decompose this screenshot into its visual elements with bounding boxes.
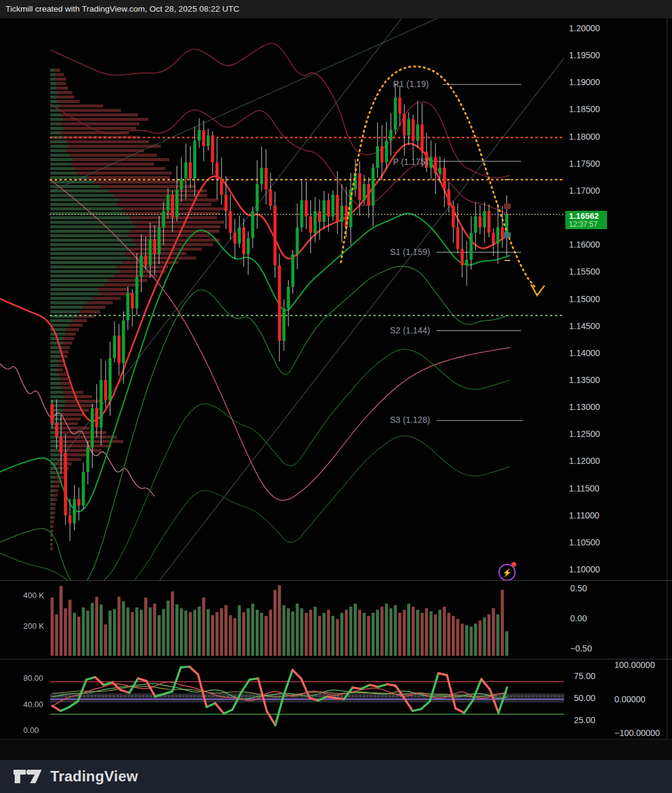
volume-profile-row — [50, 355, 60, 358]
volume-profile-row — [50, 226, 136, 229]
bar-countdown: 12:37:57 — [569, 221, 607, 229]
volume-profile-row — [50, 154, 70, 157]
order-marker — [505, 260, 510, 261]
osc-fast-line-seg — [121, 690, 129, 692]
candle — [220, 178, 223, 194]
candle — [305, 200, 308, 216]
volume-profile-row — [50, 257, 130, 260]
candle — [323, 200, 326, 222]
time-axis[interactable] — [0, 739, 672, 761]
volume-profile-row — [50, 203, 116, 206]
candle — [309, 216, 312, 232]
volume-bar — [336, 619, 339, 656]
volume-bar — [421, 613, 424, 656]
candle — [283, 308, 286, 341]
candle — [313, 211, 316, 232]
volume-profile-row — [50, 69, 54, 72]
volume-bar — [148, 607, 151, 656]
volume-bar — [99, 604, 102, 656]
volume-bar — [505, 631, 508, 656]
volume-profile-row — [50, 78, 55, 81]
volume-profile-row — [50, 96, 57, 99]
chart-canvas[interactable] — [0, 0, 672, 793]
volume-bar — [354, 604, 357, 656]
osc-fast-line-seg — [86, 677, 95, 680]
candle — [246, 238, 250, 254]
candle — [434, 157, 437, 173]
candle — [264, 168, 267, 189]
volume-profile-row — [50, 100, 59, 103]
candle — [158, 227, 161, 254]
main-price-panel — [0, 18, 564, 591]
tradingview-wordmark[interactable]: TradingView — [50, 768, 138, 785]
volume-bar — [215, 612, 218, 656]
candle — [269, 189, 272, 205]
volume-profile-row — [50, 199, 119, 202]
volume-profile-row — [50, 306, 82, 309]
candle — [452, 206, 455, 227]
candle — [287, 287, 290, 308]
candle — [113, 336, 116, 359]
volume-bar — [434, 615, 437, 656]
volume-profile-row — [50, 391, 63, 394]
volume-profile-row — [50, 118, 63, 121]
volume-profile-row — [50, 261, 122, 264]
volume-bar — [224, 605, 227, 656]
candle — [478, 216, 481, 227]
volume-profile-row — [50, 131, 61, 134]
tradingview-logo-icon[interactable] — [12, 766, 44, 787]
candle — [407, 119, 410, 135]
volume-profile-row — [50, 265, 116, 268]
notification-dot — [511, 562, 516, 567]
candle — [144, 256, 147, 265]
volume-bar — [140, 610, 143, 656]
volume-bar — [122, 601, 125, 656]
volume-bar — [109, 610, 112, 656]
volume-bar — [313, 607, 316, 656]
candle — [229, 211, 232, 232]
volume-profile-row — [50, 319, 72, 322]
candle — [411, 119, 414, 140]
volume-bar — [95, 597, 98, 656]
volume-bar — [323, 613, 326, 656]
tradingview-chart-app: Tickmill created with TradingView.com, O… — [0, 0, 672, 793]
volume-profile-row — [50, 476, 55, 479]
candle — [77, 499, 80, 506]
volume-bar — [465, 625, 468, 656]
osc-fast-line-seg — [447, 675, 456, 708]
order-marker — [504, 232, 511, 238]
osc-fast-line-seg — [138, 678, 147, 681]
candle — [336, 195, 339, 222]
volume-profile-row — [50, 297, 93, 300]
volume-bar — [487, 615, 491, 656]
volume-profile-row — [50, 73, 55, 76]
panel-divider-main-volume[interactable] — [0, 580, 672, 581]
volume-profile-row — [50, 283, 104, 286]
volume-bar — [251, 604, 254, 656]
volume-profile-row — [50, 351, 61, 354]
candle — [95, 408, 98, 428]
volume-profile-row — [50, 149, 66, 152]
volume-bar — [55, 615, 58, 656]
candle — [207, 135, 210, 146]
panel-divider-volume-osc[interactable] — [0, 659, 672, 659]
osc-fast-line-seg — [413, 709, 421, 711]
volume-profile-row — [50, 382, 61, 385]
volume-bar — [407, 604, 410, 656]
volume-bar — [448, 613, 451, 656]
candle — [69, 515, 72, 523]
volume-bar — [189, 612, 192, 656]
last-price-value: 1.16562 — [569, 212, 607, 221]
volume-bar — [73, 613, 76, 656]
candle — [416, 124, 419, 140]
volume-bar — [77, 617, 80, 656]
volume-bar — [474, 624, 477, 656]
candle — [278, 265, 281, 341]
volume-profile-row — [50, 458, 58, 461]
osc-fast-line-seg — [61, 707, 69, 711]
volume-profile-row — [50, 123, 61, 126]
candle — [389, 130, 392, 141]
candle — [327, 200, 330, 216]
candle — [429, 157, 432, 168]
volume-profile-row — [50, 534, 52, 537]
